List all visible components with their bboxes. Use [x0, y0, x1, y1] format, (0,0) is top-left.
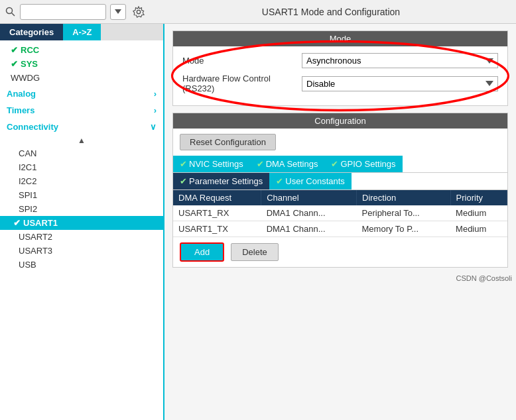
connectivity-label: Connectivity: [7, 122, 58, 132]
sidebar-item-usb[interactable]: USB: [0, 258, 163, 272]
check-icon-rcc: ✔: [11, 45, 18, 55]
tab-parameter-settings[interactable]: ✔ Parameter Settings: [173, 173, 269, 189]
col-dma-request: DMA Request: [173, 190, 261, 205]
gear-button[interactable]: [130, 3, 147, 21]
col-direction: Direction: [357, 190, 451, 205]
sidebar-content: ✔ RCC ✔ SYS WWDG Analog › Timers ›: [0, 40, 163, 420]
connectivity-chevron-icon: ∨: [150, 122, 157, 132]
sidebar: Categories A->Z ✔ RCC ✔ SYS WWDG Analog …: [0, 24, 164, 420]
spi1-label: SPI1: [19, 190, 37, 200]
delete-button[interactable]: Delete: [231, 243, 279, 261]
sidebar-item-wwdg[interactable]: WWDG: [0, 71, 163, 85]
sidebar-item-usart3[interactable]: USART3: [0, 244, 163, 258]
sidebar-label-sys: SYS: [21, 59, 38, 69]
cell-channel-2: DMA1 Chann...: [261, 221, 357, 237]
hw-flow-select[interactable]: Disable CTS Only RTS Only CTS/RTS: [302, 76, 498, 91]
svg-point-2: [137, 10, 140, 13]
sidebar-item-i2c2[interactable]: I2C2: [0, 174, 163, 188]
cell-priority-2: Medium: [450, 221, 507, 237]
top-bar: USART1 Mode and Configuration: [0, 0, 516, 24]
can-label: CAN: [19, 148, 36, 158]
search-input[interactable]: [20, 4, 106, 20]
tab-user-constants[interactable]: ✔ User Constants: [269, 173, 352, 189]
param-check-icon: ✔: [180, 176, 187, 186]
col-priority: Priority: [450, 190, 507, 205]
svg-line-1: [12, 13, 15, 16]
sidebar-item-usart2[interactable]: USART2: [0, 230, 163, 244]
usb-label: USB: [19, 260, 36, 270]
search-icon: [5, 7, 16, 17]
sidebar-item-usart1[interactable]: ✔ USART1: [0, 216, 163, 230]
i2c1-label: I2C1: [19, 162, 36, 172]
mode-section-header: Mode: [173, 31, 507, 46]
svg-point-0: [7, 7, 13, 13]
check-icon-sys: ✔: [11, 59, 18, 69]
dma-tab-label: DMA Settings: [266, 159, 318, 169]
usart1-label: USART1: [23, 218, 58, 228]
tab-gpio-settings[interactable]: ✔ GPIO Settings: [324, 156, 402, 172]
table-row: USART1_RX DMA1 Chann... Peripheral To...…: [173, 205, 507, 221]
main-layout: Categories A->Z ✔ RCC ✔ SYS WWDG Analog …: [0, 24, 516, 420]
timers-label: Timers: [7, 105, 34, 115]
col-channel: Channel: [261, 190, 357, 205]
nvic-check-icon: ✔: [180, 159, 187, 169]
table-header-row: DMA Request Channel Direction Priority: [173, 190, 507, 205]
dma-table-wrapper: DMA Request Channel Direction Priority U…: [173, 190, 507, 237]
user-tab-label: User Constants: [285, 176, 345, 186]
cell-dma-request-1: USART1_RX: [173, 205, 261, 221]
sidebar-group-analog[interactable]: Analog ›: [0, 85, 163, 101]
sidebar-label-wwdg: WWDG: [11, 73, 40, 83]
spi2-label: SPI2: [19, 204, 37, 214]
sidebar-item-rcc[interactable]: ✔ RCC: [0, 43, 163, 57]
mode-field-label: Mode: [182, 56, 302, 66]
usart3-label: USART3: [19, 246, 52, 256]
usart2-label: USART2: [19, 232, 52, 242]
mode-section-body: Mode Asynchronous Synchronous Disable Ha…: [173, 46, 507, 105]
analog-chevron-icon: ›: [154, 89, 157, 99]
config-tabs: ✔ NVIC Settings ✔ DMA Settings ✔ GPIO Se…: [173, 156, 507, 173]
sidebar-item-i2c1[interactable]: I2C1: [0, 160, 163, 174]
reset-config-button[interactable]: Reset Configuration: [180, 134, 276, 150]
check-icon-usart1: ✔: [13, 218, 21, 228]
tab-az[interactable]: A->Z: [63, 24, 101, 40]
mode-row: Mode Asynchronous Synchronous Disable: [182, 53, 498, 68]
table-row: USART1_TX DMA1 Chann... Memory To P... M…: [173, 221, 507, 237]
sidebar-item-spi1[interactable]: SPI1: [0, 188, 163, 202]
config-section: Configuration Reset Configuration ✔ NVIC…: [172, 113, 508, 268]
nvic-tab-label: NVIC Settings: [189, 159, 243, 169]
param-tab-label: Parameter Settings: [189, 176, 263, 186]
cell-direction-1: Peripheral To...: [357, 205, 451, 221]
config-tabs-row2: ✔ Parameter Settings ✔ User Constants: [173, 173, 507, 190]
hw-flow-row: Hardware Flow Control (RS232) Disable CT…: [182, 74, 498, 93]
cell-priority-1: Medium: [450, 205, 507, 221]
scroll-up-indicator: ▲: [0, 134, 163, 146]
action-buttons: Add Delete: [173, 237, 507, 267]
right-content: Mode Mode Asynchronous Synchronous Disab…: [164, 24, 516, 420]
sidebar-group-connectivity[interactable]: Connectivity ∨: [0, 118, 163, 134]
gpio-tab-label: GPIO Settings: [340, 159, 395, 169]
cell-direction-2: Memory To P...: [357, 221, 451, 237]
tab-bar: Categories A->Z: [0, 24, 163, 40]
sidebar-item-can[interactable]: CAN: [0, 146, 163, 160]
sidebar-item-sys[interactable]: ✔ SYS: [0, 57, 163, 71]
dma-table: DMA Request Channel Direction Priority U…: [173, 190, 507, 237]
watermark: CSDN @Costsoli: [164, 273, 516, 284]
tab-dma-settings[interactable]: ✔ DMA Settings: [250, 156, 325, 172]
tab-categories[interactable]: Categories: [0, 24, 63, 40]
tab-nvic-settings[interactable]: ✔ NVIC Settings: [173, 156, 250, 172]
sidebar-group-timers[interactable]: Timers ›: [0, 101, 163, 118]
mode-section: Mode Mode Asynchronous Synchronous Disab…: [172, 30, 508, 106]
user-check-icon: ✔: [276, 176, 283, 186]
config-section-header: Configuration: [173, 113, 507, 129]
gpio-check-icon: ✔: [331, 159, 338, 169]
sidebar-label-rcc: RCC: [21, 45, 39, 55]
timers-chevron-icon: ›: [154, 105, 157, 115]
cell-dma-request-2: USART1_TX: [173, 221, 261, 237]
add-button[interactable]: Add: [180, 242, 224, 262]
dropdown-button[interactable]: [110, 4, 126, 20]
search-icon-wrap: [5, 7, 16, 17]
cell-channel-1: DMA1 Chann...: [261, 205, 357, 221]
page-title: USART1 Mode and Configuration: [151, 7, 511, 17]
mode-select[interactable]: Asynchronous Synchronous Disable: [302, 53, 498, 68]
sidebar-item-spi2[interactable]: SPI2: [0, 202, 163, 216]
